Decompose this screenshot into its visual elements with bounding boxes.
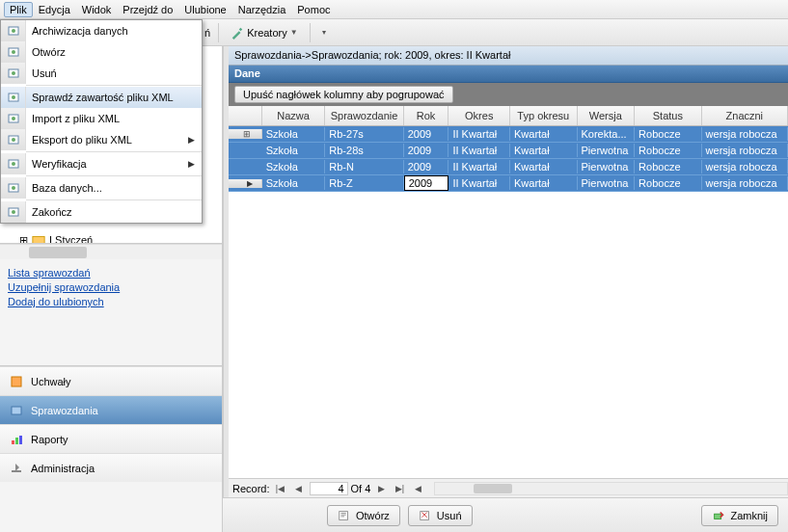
menu-item-label: Baza danych... <box>26 182 188 194</box>
usun-button[interactable]: Usuń <box>408 505 473 526</box>
scrollbar-thumb[interactable] <box>29 247 87 258</box>
table-row[interactable]: SzkołaRb-28s2009II KwartałKwartałPierwot… <box>229 143 788 159</box>
group-by-bar[interactable]: Upuść nagłówek kolumny aby pogrupować <box>229 83 788 106</box>
toolbar-extra-button[interactable]: ▾ <box>318 26 330 39</box>
tree-expand-icon[interactable]: ⊞ <box>19 234 28 245</box>
record-label: Record: <box>232 483 270 494</box>
row-handle[interactable] <box>229 129 262 139</box>
svg-point-17 <box>12 210 15 214</box>
link-dodaj[interactable]: Dodaj do ulubionych <box>8 296 214 307</box>
col-znaczniki[interactable]: Znaczni <box>702 106 788 125</box>
svg-rect-21 <box>12 440 14 444</box>
kreatory-button[interactable]: Kreatory ▼ <box>227 24 302 41</box>
menu-item-label: Import z pliku XML <box>26 113 188 124</box>
bottom-button-bar: Otwórz Usuń Zamknij <box>223 497 788 532</box>
delete-icon <box>419 509 432 522</box>
menu-plik[interactable]: Plik <box>4 2 33 17</box>
nav-raporty[interactable]: Raporty <box>0 424 222 453</box>
cell: wersja robocza <box>702 127 788 141</box>
export-icon <box>1 129 26 150</box>
breadcrumb: Sprawozdania->Sprawozdania; rok: 2009, o… <box>229 46 788 66</box>
nav-last-icon[interactable]: ▶| <box>392 482 407 495</box>
link-uzupelnij[interactable]: Uzupełnij sprawozdania <box>8 281 214 293</box>
cell: Kwartał <box>510 160 578 173</box>
tree-scrollbar[interactable] <box>0 244 222 259</box>
menu-item-delete[interactable]: Usuń <box>1 63 202 84</box>
svg-point-7 <box>12 95 15 99</box>
col-sprawozdanie[interactable]: Sprawozdanie <box>325 106 403 125</box>
table-row[interactable]: SzkołaRb-Z2009II KwartałKwartałPierwotna… <box>229 175 788 192</box>
col-expand[interactable] <box>229 106 262 125</box>
col-okres[interactable]: Okres <box>448 106 510 125</box>
toolbar-sep2 <box>310 23 311 42</box>
menu-item-db[interactable]: Baza danych... <box>1 177 202 199</box>
plik-dropdown: Archiwizacja danychOtwórzUsuńSprawdź zaw… <box>0 19 203 224</box>
svg-point-5 <box>12 71 15 75</box>
row-handle[interactable] <box>229 179 262 188</box>
cell: Pierwotna <box>578 176 636 190</box>
cell: Robocze <box>635 160 702 173</box>
cell: II Kwartał <box>448 127 510 141</box>
menu-ulubione[interactable]: Ulubione <box>178 2 231 17</box>
menu-item-archive[interactable]: Archiwizacja danych <box>1 20 202 41</box>
scrollbar-thumb[interactable] <box>474 484 512 493</box>
cell: Kwartał <box>510 127 578 141</box>
check-icon <box>1 87 26 108</box>
menu-item-import[interactable]: Import z pliku XML <box>1 108 202 129</box>
nav-sep-icon: ◀ <box>410 482 425 495</box>
nav-uchwały[interactable]: Uchwały <box>0 366 222 395</box>
menu-item-verify[interactable]: Weryfikacja▶ <box>1 153 202 174</box>
svg-rect-23 <box>19 436 22 444</box>
col-nazwa[interactable]: Nazwa <box>262 106 326 125</box>
menu-narzedzia[interactable]: Narzędzia <box>232 2 292 17</box>
nav-sprawozdania[interactable]: Sprawozdania <box>0 395 222 424</box>
nav-icon <box>10 375 23 388</box>
grid-empty <box>229 192 788 478</box>
otworz-button[interactable]: Otwórz <box>327 505 400 526</box>
grid-h-scrollbar[interactable] <box>434 482 788 495</box>
right-pane: Sprawozdania->Sprawozdania; rok: 2009, o… <box>223 46 788 532</box>
nav-label: Uchwały <box>31 376 71 387</box>
menu-item-label: Sprawdź zawartość pliku XML <box>26 92 188 103</box>
menu-item-exit[interactable]: Zakończ <box>1 201 202 223</box>
menu-separator <box>26 200 202 200</box>
cell: Szkoła <box>262 160 326 173</box>
cell: 2009 <box>404 160 449 173</box>
cell: Szkoła <box>262 144 326 157</box>
menubar: Plik Edycja Widok Przejdź do Ulubione Na… <box>0 0 788 19</box>
menu-item-export[interactable]: Eksport do pliku XML▶ <box>1 129 202 150</box>
table-row[interactable]: SzkołaRb-N2009II KwartałKwartałPierwotna… <box>229 159 788 175</box>
group-hint-button[interactable]: Upuść nagłówek kolumny aby pogrupować <box>234 86 453 103</box>
svg-point-3 <box>12 50 15 54</box>
zamknij-button[interactable]: Zamknij <box>701 505 778 526</box>
menu-item-check[interactable]: Sprawdź zawartość pliku XML <box>1 87 202 108</box>
cell: Korekta... <box>578 127 636 141</box>
cell: wersja robocza <box>702 144 788 157</box>
cell: Szkoła <box>262 176 326 190</box>
submenu-arrow-icon: ▶ <box>188 159 202 169</box>
nav-administracja[interactable]: Administracja <box>0 453 222 482</box>
table-row[interactable]: SzkołaRb-27s2009II KwartałKwartałKorekta… <box>229 126 788 143</box>
svg-point-9 <box>12 117 15 120</box>
record-current-input[interactable] <box>310 482 348 495</box>
menu-item-label: Eksport do pliku XML <box>26 134 188 146</box>
col-status[interactable]: Status <box>635 106 702 125</box>
chevron-down-icon: ▾ <box>322 28 326 37</box>
menu-item-open[interactable]: Otwórz <box>1 41 202 63</box>
cell: II Kwartał <box>448 160 510 173</box>
menu-item-label: Otwórz <box>26 46 188 58</box>
col-wersja[interactable]: Wersja <box>578 106 636 125</box>
col-typ[interactable]: Typ okresu <box>510 106 578 125</box>
menu-edycja[interactable]: Edycja <box>33 2 76 17</box>
tree-item-styczen[interactable]: ⊞ I Styczeń <box>19 233 222 244</box>
menu-widok[interactable]: Widok <box>76 2 118 17</box>
nav-next-icon[interactable]: ▶ <box>373 482 389 495</box>
menu-przejdz[interactable]: Przejdź do <box>117 2 178 17</box>
nav-first-icon[interactable]: |◀ <box>273 482 288 495</box>
col-rok[interactable]: Rok <box>404 106 449 125</box>
link-lista[interactable]: Lista sprawozdań <box>8 267 214 279</box>
nav-prev-icon[interactable]: ◀ <box>291 482 307 495</box>
toolbar-sep <box>218 23 219 42</box>
cell: Kwartał <box>510 176 578 190</box>
menu-pomoc[interactable]: Pomoc <box>291 2 336 17</box>
